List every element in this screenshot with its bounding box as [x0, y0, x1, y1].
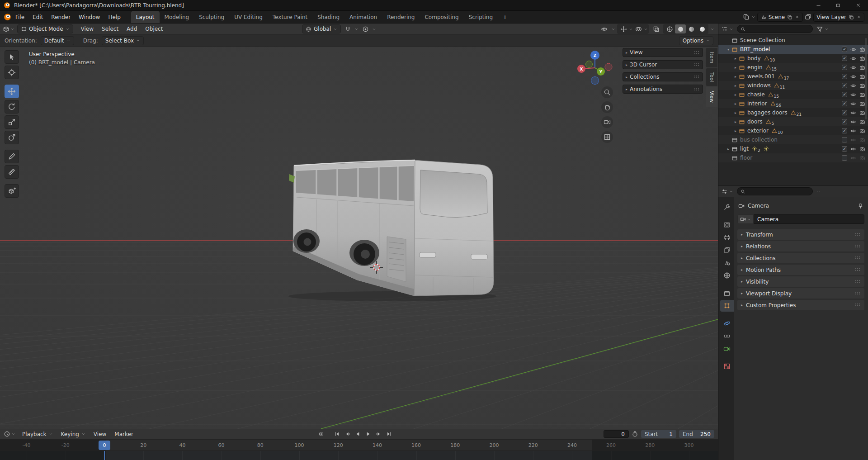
outliner-row-exterior[interactable]: ▸exterior10	[718, 126, 868, 135]
properties-tab-object[interactable]	[720, 300, 734, 312]
hide-in-viewport-toggle[interactable]	[850, 47, 856, 52]
outliner-row-engin[interactable]: ▸engin15	[718, 63, 868, 72]
panel-motion-paths[interactable]: ▸Motion Paths	[737, 265, 864, 275]
timeline-menu-keying[interactable]: Keying	[57, 429, 90, 439]
axis-minus-y-ball[interactable]	[586, 61, 593, 68]
outliner-row-windows[interactable]: ▸windows11	[718, 81, 868, 90]
hide-in-viewport-toggle[interactable]	[850, 74, 856, 80]
expand-arrow-icon[interactable]: ▸	[733, 111, 738, 115]
view-layer-selector[interactable]: View Layer	[813, 13, 864, 22]
add-workspace-button[interactable]: +	[500, 14, 510, 20]
menu-file[interactable]: File	[11, 12, 28, 22]
viewport-editor-type-button[interactable]	[3, 26, 9, 33]
outliner-editor-chevron-icon[interactable]	[729, 27, 733, 31]
panel-collections[interactable]: ▸Collections	[737, 253, 864, 263]
editor-type-chevron-icon[interactable]	[10, 27, 14, 31]
properties-tab-tool[interactable]	[720, 201, 734, 213]
timeline-menu-marker[interactable]: Marker	[110, 429, 137, 439]
properties-tab-scene[interactable]	[720, 257, 734, 269]
drag-grip-icon[interactable]	[694, 76, 700, 79]
tool-add-cube[interactable]	[5, 184, 19, 198]
timeline-editor-type-button[interactable]	[4, 431, 10, 437]
properties-tab-render[interactable]	[720, 219, 734, 231]
npanel-section-collections[interactable]: ▸Collections	[623, 72, 703, 81]
outliner-row-scene-collection[interactable]: Scene Collection	[718, 36, 868, 45]
workspace-tab-compositing[interactable]: Compositing	[420, 11, 463, 23]
expand-arrow-icon[interactable]: ▸	[733, 129, 738, 133]
panel-transform[interactable]: ▸Transform	[737, 229, 864, 240]
timeline-editor-chevron-icon[interactable]	[11, 432, 15, 436]
expand-arrow-icon[interactable]: ▸	[733, 57, 738, 61]
npanel-section-view[interactable]: ▸View	[623, 48, 703, 57]
expand-arrow-icon[interactable]: ▸	[733, 102, 738, 106]
snap-chevron-icon[interactable]	[354, 27, 359, 31]
minimize-button[interactable]	[808, 0, 828, 10]
shading-rendered-button[interactable]	[697, 24, 708, 33]
nav-zoom-button[interactable]	[601, 86, 613, 98]
exclude-checkbox[interactable]	[842, 137, 847, 142]
outliner-row-body[interactable]: ▸body10	[718, 54, 868, 63]
properties-tab-texture[interactable]	[720, 360, 734, 372]
play-button[interactable]	[363, 430, 373, 438]
next-keyframe-button[interactable]	[374, 430, 383, 438]
tool-cursor[interactable]	[5, 66, 19, 79]
outliner-row-interior[interactable]: ▸interior56	[718, 99, 868, 108]
object-visibility-dropdown[interactable]	[599, 24, 609, 33]
timeline-ruler[interactable]: -40-200204060801001201401601802002202402…	[0, 440, 718, 451]
visibility-chevron-icon[interactable]	[611, 27, 615, 31]
expand-arrow-icon[interactable]: ▸	[733, 75, 738, 79]
tool-transform[interactable]	[5, 131, 19, 144]
shading-material-button[interactable]	[686, 24, 697, 33]
properties-tab-view-layer[interactable]	[720, 244, 734, 256]
hide-in-viewport-toggle[interactable]	[850, 146, 856, 152]
tool-select-box[interactable]	[5, 50, 19, 64]
auto-keyframe-icon[interactable]	[632, 431, 638, 437]
object-name-field[interactable]: Camera	[754, 214, 864, 224]
viewport-menu-view[interactable]: View	[77, 24, 98, 34]
workspace-tab-texture-paint[interactable]: Texture Paint	[268, 11, 312, 23]
pin-icon[interactable]	[858, 203, 863, 209]
show-gizmo-toggle[interactable]	[618, 24, 629, 33]
orientation-dropdown[interactable]: Global	[302, 24, 341, 33]
properties-editor-type-button[interactable]	[721, 188, 728, 195]
hide-in-viewport-toggle[interactable]	[850, 137, 856, 143]
browse-scene-icon[interactable]	[743, 14, 750, 20]
menu-help[interactable]: Help	[104, 12, 124, 22]
id-type-button[interactable]	[737, 214, 754, 224]
play-reverse-button[interactable]	[353, 430, 363, 438]
disable-in-renders-toggle[interactable]	[859, 146, 865, 152]
hide-in-viewport-toggle[interactable]	[850, 101, 856, 107]
jump-end-button[interactable]	[384, 430, 394, 438]
disable-in-renders-toggle[interactable]	[859, 128, 865, 134]
hide-in-viewport-toggle[interactable]	[850, 119, 856, 125]
drag-grip-icon[interactable]	[855, 280, 861, 283]
nav-camera-view-button[interactable]	[601, 116, 613, 128]
auto-record-button[interactable]	[316, 430, 326, 438]
npanel-tab-item[interactable]: Item	[706, 48, 717, 67]
menu-render[interactable]: Render	[47, 12, 75, 22]
view-layer-icon[interactable]	[805, 14, 811, 20]
blender-menu-icon[interactable]	[4, 13, 11, 21]
exclude-checkbox[interactable]	[842, 74, 847, 79]
playhead-line[interactable]	[104, 451, 105, 460]
outliner-row-brt-model[interactable]: ▾BRT_model	[718, 45, 868, 54]
hide-in-viewport-toggle[interactable]	[850, 65, 856, 71]
drag-grip-icon[interactable]	[855, 233, 861, 236]
disable-in-renders-toggle[interactable]	[859, 119, 865, 125]
workspace-tab-rendering[interactable]: Rendering	[382, 11, 420, 23]
npanel-tab-tool[interactable]: Tool	[706, 68, 717, 86]
expand-arrow-icon[interactable]: ▸	[726, 147, 731, 151]
proportional-chevron-icon[interactable]	[372, 27, 376, 31]
hide-in-viewport-toggle[interactable]	[850, 92, 856, 98]
close-button[interactable]	[848, 0, 868, 10]
panel-viewport-display[interactable]: ▸Viewport Display	[737, 288, 864, 299]
properties-tab-world[interactable]	[720, 270, 734, 281]
scene-browse-chevron-icon[interactable]	[751, 15, 755, 19]
outliner-row-doors[interactable]: ▸doors5	[718, 117, 868, 126]
workspace-tab-scripting[interactable]: Scripting	[464, 11, 498, 23]
outliner-scrollbar[interactable]	[865, 38, 867, 119]
shading-solid-button[interactable]	[675, 24, 686, 33]
nav-pan-button[interactable]	[601, 101, 613, 113]
tool-annotate[interactable]	[5, 150, 19, 163]
mode-dropdown[interactable]: Object Mode	[17, 24, 73, 33]
